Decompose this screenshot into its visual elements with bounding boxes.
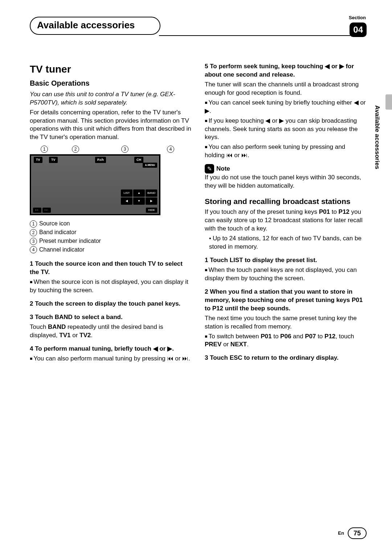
note-text: If you do not use the touch panel keys w… xyxy=(205,174,367,190)
page-header: Available accessories Section 04 xyxy=(30,15,367,37)
indicator-4-circle: 4 xyxy=(167,146,174,153)
screen-ch-label: CH xyxy=(134,157,143,163)
screen-band-label: TV xyxy=(49,157,58,163)
store-step-3-heading: 3 Touch ESC to return to the ordinary di… xyxy=(205,354,367,362)
screen-hide-button[interactable]: HIDE xyxy=(146,208,157,213)
sp-b: P01 xyxy=(319,208,330,215)
step-2-heading: 2 Touch the screen to display the touch … xyxy=(30,300,192,308)
step-3-text: Touch BAND repeatedly until the desired … xyxy=(30,323,192,340)
screen-band-button[interactable]: BAND xyxy=(146,189,157,197)
step-5-bullet-3: You can also perform seek tuning by pres… xyxy=(205,143,367,160)
s2c: to xyxy=(271,333,280,340)
store-step-2-bullet: To switch between P01 to P06 and P07 to … xyxy=(205,332,367,349)
storing-para: If you touch any of the preset tuning ke… xyxy=(205,208,367,233)
sp-a: If you touch any of the preset tuning ke… xyxy=(205,208,319,215)
screen-inner: TV TV P.ch CH A.MENU LIST ▲ BAND ◀ ▼ ▶ xyxy=(31,156,159,214)
s3d: TV1 xyxy=(59,332,70,339)
screen-bottom-left: ◦← ◦← xyxy=(33,208,51,213)
screen-down-button[interactable]: ▼ xyxy=(133,197,145,205)
section-label: Section xyxy=(349,15,367,21)
s2e: and xyxy=(291,333,305,340)
intro-italic: You can use this unit to control a TV tu… xyxy=(30,90,192,107)
store-step-2-text: The next time you touch the same preset … xyxy=(205,314,367,331)
store-step-1-bullet: When the touch panel keys are not displa… xyxy=(205,266,367,283)
store-step-2-heading: 2 When you find a station that you want … xyxy=(205,288,367,313)
sp-c: to xyxy=(330,208,339,215)
s3b: BAND xyxy=(48,323,66,330)
screen-left-button[interactable]: ◀ xyxy=(121,197,132,205)
s2d: P06 xyxy=(280,333,291,340)
legend-1-label: Source icon xyxy=(39,220,70,227)
section-badge: Section 04 xyxy=(349,15,367,37)
screen-source-icon: TV xyxy=(34,157,42,163)
screen-right-button[interactable]: ▶ xyxy=(146,197,157,205)
screen-pch-label: P.ch xyxy=(95,157,106,163)
screen-nav-buttons: LIST ▲ BAND ◀ ▼ ▶ xyxy=(121,189,157,205)
chapter-title-capsule: Available accessories xyxy=(30,17,160,34)
screen-list-button[interactable]: LIST xyxy=(121,189,132,197)
legend-4-num: 4 xyxy=(30,246,37,253)
step-4-bullet: You can also perform manual tuning by pr… xyxy=(30,355,192,363)
sp-d: P12 xyxy=(339,208,350,215)
s3g: . xyxy=(91,332,93,339)
legend-4-label: Channel indicator xyxy=(39,246,85,253)
left-column: TV tuner Basic Operations You can use th… xyxy=(30,62,192,364)
s2g: to xyxy=(316,333,324,340)
s3e: or xyxy=(70,332,79,339)
note-label: Note xyxy=(216,165,230,172)
storing-bullet: Up to 24 stations, 12 for each of two TV… xyxy=(209,234,367,251)
legend-1-num: 1 xyxy=(30,220,37,228)
header-rule xyxy=(159,35,350,36)
store-step-1-heading: 1 Touch LIST to display the preset list. xyxy=(205,256,367,265)
side-tab-label: Available accessories xyxy=(373,105,381,169)
screen-src-btn-2[interactable]: ◦← xyxy=(42,208,51,213)
legend-3-num: 3 xyxy=(30,238,37,245)
s2b: P01 xyxy=(261,333,271,340)
page-number: 75 xyxy=(348,527,367,539)
step-1-bullet: When the source icon is not displayed, y… xyxy=(30,278,192,295)
s2m: . xyxy=(247,341,249,348)
screen-amenu-label: A.MENU xyxy=(143,163,157,167)
note-block: ✎Note If you do not use the touch panel … xyxy=(205,164,367,190)
s2f: P07 xyxy=(305,333,316,340)
intro-paragraph: For details concerning operation, refer … xyxy=(30,109,192,142)
step-1-heading: 1 Touch the source icon and then touch T… xyxy=(30,260,192,277)
indicator-row: 1 2 3 4 xyxy=(30,145,192,153)
note-icon: ✎ xyxy=(205,164,214,174)
step-5-text: The tuner will scan the channels until a… xyxy=(205,81,367,97)
step-3-heading: 3 Touch BAND to select a band. xyxy=(30,313,192,322)
screen-top-bar: TV TV P.ch CH A.MENU xyxy=(32,156,159,164)
tv-tuner-title: TV tuner xyxy=(30,62,192,76)
s2l: NEXT xyxy=(230,341,247,348)
screen-up-button[interactable]: ▲ xyxy=(133,189,145,197)
legend-2-num: 2 xyxy=(30,229,37,236)
chapter-title: Available accessories xyxy=(37,20,135,30)
step-5-bullet-1: You can cancel seek tuning by briefly to… xyxy=(205,99,367,115)
s2i: , touch xyxy=(335,333,354,340)
indicator-2-circle: 2 xyxy=(72,146,79,153)
indicator-1-circle: 1 xyxy=(41,146,48,153)
s2a: To switch between xyxy=(209,333,261,340)
basic-operations-heading: Basic Operations xyxy=(30,78,192,88)
legend-2-label: Band indicator xyxy=(39,229,76,235)
indicator-3-circle: 3 xyxy=(121,146,128,153)
step-5-bullet-2: If you keep touching ◀ or ▶ you can skip… xyxy=(205,117,367,142)
s2j: PREV xyxy=(205,341,221,348)
legend-3-label: Preset number indicator xyxy=(39,238,101,244)
screen-src-btn-1[interactable]: ◦← xyxy=(33,208,41,213)
step-4-heading: 4 To perform manual tuning, briefly touc… xyxy=(30,345,192,353)
note-header: ✎Note xyxy=(205,164,367,174)
storing-heading: Storing and recalling broadcast stations xyxy=(205,197,367,206)
content-columns: TV tuner Basic Operations You can use th… xyxy=(30,62,367,364)
legend-list: 1Source icon 2Band indicator 3Preset num… xyxy=(30,220,192,253)
step-5-heading: 5 To perform seek tuning, keep touching … xyxy=(205,62,367,79)
footer-lang: En xyxy=(338,530,344,536)
s3f: TV2 xyxy=(79,332,91,339)
section-number: 04 xyxy=(350,23,367,37)
screen-outer: TV TV P.ch CH A.MENU LIST ▲ BAND ◀ ▼ ▶ xyxy=(30,154,160,215)
tv-screen-figure: 1 2 3 4 TV TV P.ch CH A.MENU LIST ▲ xyxy=(30,145,192,215)
side-gray-tab xyxy=(385,94,392,110)
s3a: Touch xyxy=(30,323,48,330)
s2k: or xyxy=(221,341,230,348)
page-footer: En 75 xyxy=(338,527,367,539)
